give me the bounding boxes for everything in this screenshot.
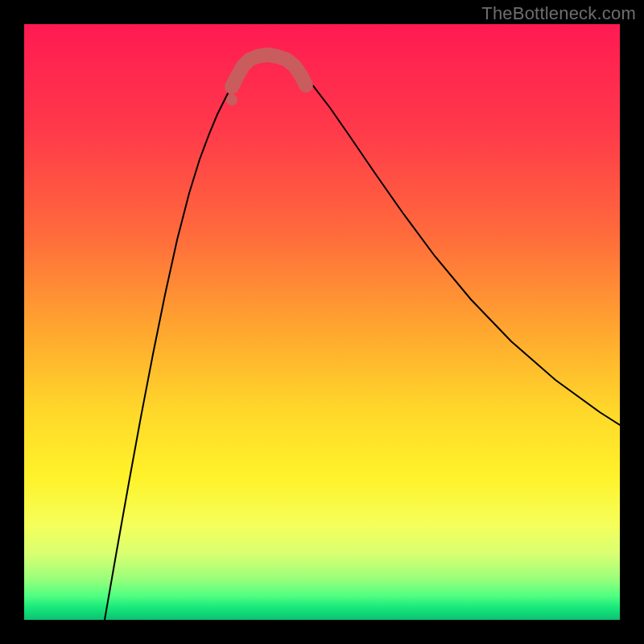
curve-left-branch	[105, 64, 246, 620]
watermark-label: TheBottleneck.com	[481, 3, 636, 24]
bottom-highlight	[232, 55, 306, 87]
curve-right-branch	[294, 64, 620, 425]
chart-plot-area	[24, 24, 620, 620]
chart-overlay-svg	[24, 24, 620, 620]
small-dot	[226, 94, 237, 105]
